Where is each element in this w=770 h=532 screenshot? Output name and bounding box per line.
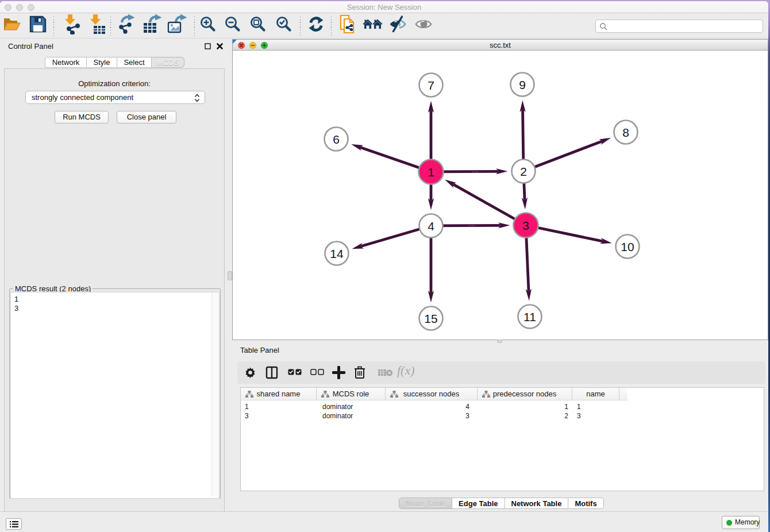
svg-text:6: 6 bbox=[333, 133, 340, 146]
svg-text:2: 2 bbox=[520, 165, 527, 178]
svg-text:11: 11 bbox=[523, 310, 536, 323]
svg-text:15: 15 bbox=[424, 312, 437, 325]
svg-text:7: 7 bbox=[428, 79, 434, 92]
svg-text:10: 10 bbox=[621, 240, 634, 253]
svg-text:1: 1 bbox=[428, 165, 434, 179]
svg-text:8: 8 bbox=[622, 126, 629, 139]
svg-text:14: 14 bbox=[330, 247, 344, 260]
svg-text:9: 9 bbox=[519, 78, 526, 91]
svg-text:4: 4 bbox=[428, 219, 434, 233]
svg-text:3: 3 bbox=[522, 219, 529, 232]
